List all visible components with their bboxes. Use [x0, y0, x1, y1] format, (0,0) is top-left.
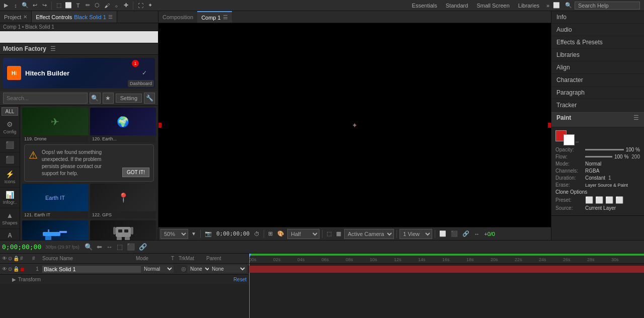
workspace-libraries[interactable]: Libraries — [514, 2, 543, 9]
tool-undo[interactable]: ↩ — [31, 2, 39, 10]
tl-tool-1[interactable]: ⬅ — [96, 243, 103, 251]
search-help-input[interactable] — [575, 2, 640, 10]
grid-item-119[interactable]: ✈ 119. Drone — [22, 108, 88, 142]
right-panel-info[interactable]: Info — [551, 11, 644, 24]
comp1-menu-icon[interactable]: ☰ — [223, 14, 228, 21]
layer-1-mode-select[interactable]: Normal Multiply Screen — [141, 265, 174, 273]
tool-extra2[interactable]: ✦ — [146, 2, 154, 10]
layer-1-parent-select[interactable]: None — [209, 265, 247, 273]
workspace-more-icon[interactable]: » — [544, 2, 552, 10]
got-it-button[interactable]: GOT IT! — [122, 168, 149, 177]
right-panel-paragraph[interactable]: Paragraph — [551, 87, 644, 99]
right-panel-libraries[interactable]: Libraries — [551, 49, 644, 61]
right-panel-character[interactable]: Character — [551, 74, 644, 87]
layer-1-name[interactable] — [42, 266, 141, 273]
tool-puppet[interactable]: ✚ — [122, 2, 130, 10]
paint-menu-icon[interactable]: ☰ — [633, 114, 639, 121]
transform-toggle-icon[interactable]: ▶ — [12, 277, 16, 282]
preset-icon-4[interactable]: ⬜ — [615, 196, 623, 204]
workspace-essentials[interactable]: Essentials — [408, 2, 441, 9]
layer-1-visibility[interactable]: 👁 — [2, 266, 7, 272]
tool-pen[interactable]: ✏ — [84, 2, 92, 10]
tl-search-icon[interactable]: 🔍 — [84, 243, 94, 251]
paint-flow-track[interactable] — [585, 156, 612, 157]
hitech-dashboard[interactable]: Dashboard — [128, 80, 154, 87]
right-panel-audio[interactable]: Audio — [551, 24, 644, 36]
workspace-standard[interactable]: Standard — [442, 2, 472, 9]
layer-1-trkmat-select[interactable]: None — [187, 265, 211, 273]
cat-config[interactable]: ⚙ Config — [0, 117, 20, 138]
cat-all-btn[interactable]: ALL — [2, 107, 18, 116]
tool-clone[interactable]: ⬦ — [112, 2, 120, 10]
vt-render2-icon[interactable]: ⬛ — [449, 230, 459, 237]
vt-arrow-icon[interactable]: ▼ — [190, 230, 198, 238]
tab-project-close[interactable]: ✕ — [23, 14, 27, 20]
tab-comp1[interactable]: Comp 1 ☰ — [197, 11, 232, 23]
mf-search-btn[interactable]: 🔍 — [90, 93, 101, 104]
cat-icons[interactable]: ⚡ Icons — [0, 167, 20, 188]
right-panel-tracker[interactable]: Tracker — [551, 99, 644, 112]
search-icon[interactable]: 🔍 — [565, 2, 573, 10]
resolution-select[interactable]: Half Full Quarter — [287, 229, 319, 239]
tl-tool-3[interactable]: ⬚ — [116, 243, 124, 251]
views-select[interactable]: 1 View 2 Views — [399, 229, 432, 239]
tool-shape[interactable]: ⬡ — [93, 2, 101, 10]
mf-setting-btn[interactable]: Setting — [116, 94, 142, 103]
cat-item-2[interactable]: ⬛ — [0, 138, 20, 152]
vt-grid-icon[interactable]: ⊞ — [267, 230, 274, 237]
paint-opacity-track[interactable] — [585, 149, 624, 150]
tl-tool-5[interactable]: 🔗 — [138, 243, 148, 251]
workspace-toggle-icon[interactable]: ⬜ — [552, 2, 560, 10]
tab-effect-controls[interactable]: Effect Controls Black Solid 1 ☰ — [32, 11, 117, 23]
mf-menu-icon[interactable]: ☰ — [50, 45, 56, 52]
mf-tools-btn[interactable]: 🔧 — [144, 93, 155, 104]
right-panel-paint[interactable]: Paint ☰ — [551, 112, 644, 127]
tool-redo[interactable]: ↪ — [40, 2, 48, 10]
effect-search-input[interactable] — [0, 31, 158, 43]
grid-item-122[interactable]: 📍 122. GPS — [90, 184, 156, 218]
tab-effect-menu[interactable]: ☰ — [108, 14, 113, 20]
tl-tool-4[interactable]: ⬛ — [126, 243, 136, 251]
hitech-check-icon[interactable]: ✓ — [142, 69, 147, 76]
right-panel-effects-presets[interactable]: Effects & Presets — [551, 36, 644, 49]
tool-text[interactable]: T — [74, 2, 82, 10]
tool-paint[interactable]: 🖌 — [103, 2, 111, 10]
vt-snapshot-icon[interactable]: 📷 — [203, 230, 213, 237]
mf-star-btn[interactable]: ★ — [103, 93, 114, 104]
cat-text[interactable]: A Text &.. — [0, 229, 20, 240]
layer-1-track[interactable] — [249, 266, 644, 273]
grid-item-robot[interactable] — [90, 220, 156, 240]
layer-1-lock[interactable]: 🔒 — [13, 266, 19, 272]
vt-flow-icon[interactable]: ↔ — [472, 230, 481, 237]
preset-icon-2[interactable]: ⬜ — [595, 196, 603, 204]
paint-swap-icon[interactable]: ↔ — [575, 139, 580, 144]
vt-link-icon[interactable]: 🔗 — [461, 230, 471, 237]
tool-move[interactable]: ↕ — [12, 2, 20, 10]
tool-extra1[interactable]: ⛶ — [136, 2, 144, 10]
vt-render1-icon[interactable]: ⬜ — [438, 230, 448, 237]
preset-icon-3[interactable]: ⬜ — [605, 196, 613, 204]
grid-item-gun[interactable] — [22, 220, 88, 240]
grid-item-121[interactable]: Earth IT 121. Earth IT — [22, 184, 88, 218]
vt-clock-icon[interactable]: ⏱ — [253, 230, 261, 237]
vt-region-icon[interactable]: ⬚ — [325, 230, 333, 237]
workspace-small-screen[interactable]: Small Screen — [472, 2, 513, 9]
tool-select[interactable]: ⬜ — [64, 2, 72, 10]
mf-search-input[interactable] — [3, 93, 88, 104]
cat-infogr[interactable]: 📊 Infogr.. — [0, 188, 20, 208]
vt-color-icon[interactable]: 🎨 — [276, 230, 286, 237]
hitech-card[interactable]: Hi Hitech Builder 1 ✓ Dashboard — [3, 58, 155, 88]
tool-arrow[interactable]: ▶ — [2, 2, 10, 10]
tab-project[interactable]: Project ✕ — [0, 11, 32, 23]
tool-render[interactable]: ⬚ — [55, 2, 63, 10]
cat-shapes[interactable]: ▲ Shapes — [0, 208, 20, 229]
preset-icon-1[interactable]: ⬜ — [585, 196, 593, 204]
zoom-select[interactable]: 50% 100% 25% — [160, 229, 188, 239]
tool-zoom[interactable]: 🔍 — [21, 2, 29, 10]
camera-select[interactable]: Active Camera — [344, 229, 394, 239]
color-swatch-white[interactable] — [564, 134, 575, 145]
tl-tool-2[interactable]: ↔ — [105, 243, 114, 251]
transform-reset-btn[interactable]: Reset — [233, 277, 247, 282]
cat-item-red[interactable]: ⬛ — [0, 152, 20, 167]
layer-1-solo[interactable]: ⊙ — [8, 266, 12, 272]
